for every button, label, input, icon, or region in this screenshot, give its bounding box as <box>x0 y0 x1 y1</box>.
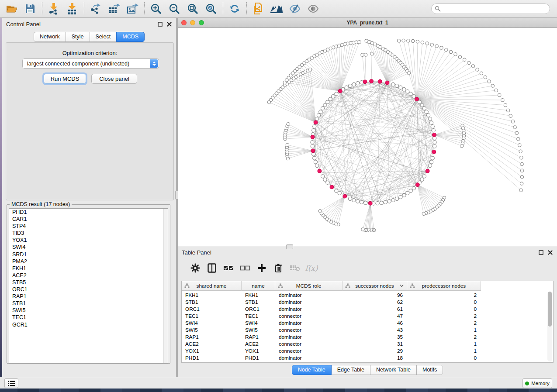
network-node[interactable] <box>407 39 410 42</box>
network-node[interactable] <box>391 83 395 86</box>
task-history-button[interactable] <box>4 378 18 388</box>
clone-network-icon[interactable] <box>251 1 266 16</box>
float-window-icon[interactable] <box>157 21 163 28</box>
close-panel-icon[interactable] <box>547 249 554 256</box>
network-node-mcds[interactable] <box>432 150 436 154</box>
network-node[interactable] <box>308 68 311 71</box>
network-node[interactable] <box>399 195 402 199</box>
network-node[interactable] <box>326 181 329 184</box>
network-node-mcds[interactable] <box>338 89 342 93</box>
network-node-mcds[interactable] <box>311 135 315 139</box>
network-node[interactable] <box>511 120 514 123</box>
mcds-result-item[interactable]: RAP1 <box>9 293 168 300</box>
network-node[interactable] <box>520 182 523 185</box>
network-node[interactable] <box>314 160 317 164</box>
network-node[interactable] <box>407 72 410 75</box>
deselect-all-rows-icon[interactable] <box>237 261 253 275</box>
table-options-gear-icon[interactable] <box>187 261 203 275</box>
network-node[interactable] <box>338 191 341 195</box>
network-node[interactable] <box>326 100 329 104</box>
column-header-MCDS-role[interactable]: MCDS role <box>275 281 343 291</box>
mcds-result-item[interactable]: STB1 <box>9 300 168 307</box>
hide-selected-icon[interactable] <box>306 1 321 16</box>
network-node[interactable] <box>506 109 509 112</box>
network-node-mcds[interactable] <box>314 120 318 124</box>
show-hide-columns-icon[interactable] <box>204 261 220 275</box>
network-node[interactable] <box>416 40 419 43</box>
mcds-result-item[interactable]: SRD1 <box>9 251 168 258</box>
tab-network-table[interactable]: Network Table <box>370 365 417 375</box>
mcds-result-item[interactable]: PHD1 <box>9 209 168 216</box>
network-node[interactable] <box>384 200 387 204</box>
network-node-mcds[interactable] <box>378 79 382 83</box>
table-row[interactable]: SWI5SWI5connector431 <box>182 327 481 334</box>
column-header-predecessor-nodes[interactable]: predecessor nodes <box>407 281 481 291</box>
network-node[interactable] <box>329 97 332 101</box>
network-node[interactable] <box>352 83 356 86</box>
network-node[interactable] <box>430 43 433 46</box>
network-node[interactable] <box>449 50 452 53</box>
float-window-icon[interactable] <box>538 249 544 256</box>
export-image-icon[interactable] <box>125 1 140 16</box>
network-node[interactable] <box>445 48 448 51</box>
network-node[interactable] <box>463 58 466 61</box>
network-node[interactable] <box>361 228 364 231</box>
memory-button[interactable]: Memory <box>522 378 552 388</box>
network-node[interactable] <box>504 103 507 107</box>
table-scrollbar-thumb[interactable] <box>548 292 552 327</box>
network-node[interactable] <box>323 103 327 107</box>
network-node-mcds[interactable] <box>385 81 389 85</box>
criterion-dropdown[interactable]: largest connected component (undirected) <box>22 58 159 69</box>
network-node[interactable] <box>433 144 436 148</box>
export-table-icon[interactable] <box>107 1 121 16</box>
network-node[interactable] <box>360 81 363 84</box>
network-node-mcds[interactable] <box>311 149 315 153</box>
network-node[interactable] <box>422 212 425 215</box>
network-node[interactable] <box>471 65 474 68</box>
network-node[interactable] <box>467 61 471 64</box>
add-column-icon[interactable] <box>254 261 270 275</box>
network-node[interactable] <box>458 55 461 58</box>
network-node[interactable] <box>513 126 516 129</box>
network-node[interactable] <box>518 144 521 147</box>
network-node[interactable] <box>406 89 409 93</box>
network-node[interactable] <box>312 152 315 156</box>
network-node[interactable] <box>440 46 443 49</box>
network-node-mcds[interactable] <box>363 80 367 84</box>
mcds-result-item[interactable]: PMA2 <box>9 258 168 265</box>
network-node-mcds[interactable] <box>318 169 322 173</box>
open-session-icon[interactable] <box>4 1 19 16</box>
network-node[interactable] <box>519 189 522 192</box>
network-window-titlebar[interactable]: YPA_prune.txt_1 <box>178 18 557 28</box>
network-node[interactable] <box>418 100 421 104</box>
close-panel-button[interactable]: Close panel <box>91 74 137 84</box>
network-node[interactable] <box>348 84 352 88</box>
network-node[interactable] <box>311 144 314 148</box>
zoom-in-icon[interactable] <box>149 1 163 16</box>
network-node[interactable] <box>433 141 436 144</box>
network-node[interactable] <box>315 164 319 167</box>
mcds-result-item[interactable]: SWI5 <box>9 307 168 314</box>
network-node[interactable] <box>425 110 428 113</box>
network-node[interactable] <box>313 125 316 128</box>
network-node[interactable] <box>376 202 379 205</box>
mcds-result-item[interactable]: YOX1 <box>9 237 168 244</box>
network-node[interactable] <box>517 138 520 141</box>
table-scrollbar[interactable] <box>547 292 552 361</box>
network-node[interactable] <box>332 95 335 98</box>
network-node[interactable] <box>495 89 498 92</box>
mcds-result-item[interactable]: CAR1 <box>9 216 168 223</box>
tab-mcds[interactable]: MCDS <box>116 32 145 42</box>
network-node[interactable] <box>420 178 424 181</box>
tab-node-table[interactable]: Node Table <box>292 365 332 375</box>
network-node[interactable] <box>360 200 363 204</box>
column-header-name[interactable]: name <box>242 281 275 291</box>
network-node[interactable] <box>317 113 320 117</box>
network-node[interactable] <box>520 156 523 159</box>
network-node[interactable] <box>480 72 483 75</box>
network-node-mcds[interactable] <box>415 97 419 101</box>
network-node[interactable] <box>429 160 433 164</box>
run-mcds-button[interactable]: Run MCDS <box>44 74 86 84</box>
network-node[interactable] <box>431 156 434 160</box>
network-node[interactable] <box>402 193 406 197</box>
